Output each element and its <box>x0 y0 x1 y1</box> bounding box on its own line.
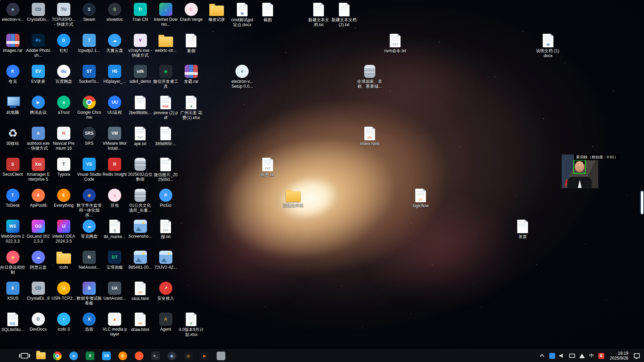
desktop-icon-file-389df65f[interactable]: 389df65f-... <box>153 126 178 146</box>
terminal-taskbar-button[interactable]: >_ <box>147 349 164 362</box>
desktop-icon-preview-pdf[interactable]: PDFpreview (2).pdf <box>153 95 178 120</box>
desktop-icon-faba-rar[interactable]: 发霸.rar <box>178 64 204 84</box>
dark-circle-app-taskbar-button[interactable]: ◉ <box>164 349 180 362</box>
desktop-icon-fapiao[interactable]: 发票 <box>510 219 535 239</box>
desktop-icon-wechat-devtools[interactable]: ◉微信开发者工具 <box>153 64 178 89</box>
desktop-icon-h5player[interactable]: H5H5player_... <box>102 64 127 84</box>
desktop-icon-tianyi-cloud[interactable]: ☁天翼云盘 <box>102 33 127 53</box>
desktop-icon-logicflow[interactable]: LFlogicflow <box>408 188 433 208</box>
desktop-icon-baidu-netdisk[interactable]: du百度网盘 <box>51 64 76 84</box>
desktop-icon-v4-plan-xlsx[interactable]: X4.0版本9月计划.xlsx <box>178 312 204 337</box>
desktop-icon-index-html[interactable]: </>index.html <box>357 126 382 146</box>
desktop-icon-guangzhou-xlsx[interactable]: X广州出差 花费(1).xlsx <box>178 95 204 120</box>
desktop-icon-ev-recorder[interactable]: EVEV录屏 <box>25 64 51 84</box>
desktop-icon-goland[interactable]: GOGoLand 2022.3.3 <box>25 219 51 244</box>
desktop-icon-draw-html[interactable]: </>draw.html <box>127 312 153 332</box>
desktop-icon-v2rayn[interactable]: Vv2rayN.exe - 快捷方式 <box>127 33 153 58</box>
desktop-icon-everything[interactable]: EEverything <box>51 188 76 208</box>
desktop-icon-crystaldiskinfo[interactable]: CDCrystalDis... <box>25 2 51 22</box>
desktop-icon-xunlei[interactable]: X迅雷 <box>77 312 102 332</box>
desktop-icon-new-txt-1[interactable]: 新建文本文档.txt <box>306 2 331 27</box>
media-player-taskbar-button[interactable]: ▶ <box>196 349 213 362</box>
desktop-icon-netassist[interactable]: NNetAssist... <box>77 250 102 270</box>
desktop-icon-point-data-2025032[interactable]: 2025032点位数据 <box>127 157 153 182</box>
desktop-icon-atrust[interactable]: aaTrust <box>51 95 76 115</box>
desktop-icon-lingke-pan[interactable]: ☁零克网盘 <box>77 219 102 239</box>
desktop-icon-chrome[interactable]: Google Chrome <box>77 95 102 120</box>
everything-search-taskbar-button[interactable]: E <box>115 349 131 362</box>
desktop-icon-digital-twin[interactable]: ◉数字孪生监管用一体化指挥... <box>77 188 102 218</box>
desktop-icon-authtool[interactable]: Aauthtool.exe - 快捷方式 <box>25 126 51 151</box>
desktop-icon-quark[interactable]: K夸克 <box>0 64 25 84</box>
desktop-icon-shuoming-docx[interactable]: W说明文档 (1).docx <box>535 33 561 58</box>
desktop-icon-bao-txt[interactable]: TXT报.txt <box>153 219 178 239</box>
desktop-icon-icofx-folder[interactable]: icofx <box>51 250 76 270</box>
file-explorer-taskbar-button[interactable] <box>33 349 49 362</box>
desktop-icon-redis-insight[interactable]: RRedis Insight <box>102 157 127 177</box>
desktop-icon-anli[interactable]: 案例 <box>178 33 204 53</box>
desktop-icon-picgo[interactable]: PPicGo <box>153 188 178 208</box>
desktop-icon-sdk4-demo[interactable]: sdksdk4_demo <box>127 64 153 84</box>
sogou-input-icon[interactable]: S <box>598 353 604 359</box>
volume-icon[interactable] <box>559 353 565 358</box>
vscode-taskbar-button[interactable]: VS <box>98 349 115 362</box>
desktop-icon-icofx3[interactable]: iicofx 3 <box>51 312 76 332</box>
desktop-icon-new-txt-2[interactable]: 新建文本文档 (2).txt <box>332 2 357 27</box>
network-icon[interactable] <box>569 354 575 358</box>
desktop-icon-usr-tcp[interactable]: UUSR-TCP2... <box>51 281 76 301</box>
notification-center-icon[interactable] <box>634 353 640 358</box>
desktop-icon-photoshop[interactable]: PsAdobe Photosh... <box>25 33 51 58</box>
desktop-icon-secoclient[interactable]: SSecoClient <box>0 157 25 177</box>
desktop-icon-img-985481[interactable]: 985481-20... <box>127 250 153 270</box>
desktop-icon-doubao[interactable]: ●豆包 <box>102 188 127 208</box>
edge-slider[interactable] <box>641 191 643 214</box>
desktop-icon-sunflower-remote[interactable]: ◉向日葵远程控制 <box>0 250 25 275</box>
desktop-icon-xsus[interactable]: XXSUS <box>0 281 25 301</box>
desktop-icon-wechat-image[interactable]: 微信图片_2025050... <box>153 157 178 182</box>
desktop-icon-intellij-idea[interactable]: IJIntelliJ IDEA 2024.3.5 <box>51 219 76 244</box>
desktop-icon-data-dashboard[interactable]: B数据专项试验看板 <box>77 281 102 306</box>
desktop-icon-tbl-marker[interactable]: {}tbl_marke... <box>102 219 127 239</box>
capture-tool-taskbar-button[interactable] <box>213 349 229 362</box>
desktop-icon-steam[interactable]: SSteam <box>77 2 102 22</box>
desktop-icon-electron[interactable]: eelectron-v... <box>0 2 25 22</box>
desktop-icon-vlc[interactable]: ▲VLC media player <box>102 312 127 337</box>
desktop-icon-typora[interactable]: TTypora <box>51 157 76 177</box>
desktop-icon-sqlitestudio[interactable]: SQLSQLiteStu... <box>0 312 25 332</box>
desktop-icon-click-html[interactable]: </>click.html <box>127 281 153 301</box>
desktop-icon-uartassist[interactable]: UAUartAssist... <box>102 281 127 301</box>
desktop-icon-webstorm[interactable]: WSWebStorm 2022.3.3 <box>0 219 25 244</box>
desktop-icon-public-culture-db[interactable]: 01公共文化场所_矢量... <box>127 188 153 213</box>
desktop-icon-screenshot-file[interactable]: Screensho... <box>127 219 153 239</box>
desktop-icon-electron-setup[interactable]: eelectron-v... Setup 0.0... <box>230 64 255 89</box>
desktop-icon-apipost[interactable]: AApiPost6 <box>25 188 51 208</box>
desktop-icon-cmd-test-docx[interactable]: Wcmd测试got定点.docx <box>230 2 255 27</box>
desktop-icon-srs[interactable]: SRSSRS <box>77 126 102 146</box>
desktop-icon-vmware[interactable]: VMVMware Workstati... <box>102 126 127 151</box>
ime-indicator[interactable]: 中 <box>589 353 594 359</box>
desktop-icon-showdoc[interactable]: Sshowdoc <box>102 2 127 22</box>
chrome-taskbar-button[interactable] <box>49 349 65 362</box>
desktop-icon-clash-verge[interactable]: CClash Verge <box>178 2 204 22</box>
desktop-icon-devdocs[interactable]: DDevDocs <box>25 312 51 332</box>
desktop-icon-sockettool[interactable]: STSocketTo... <box>77 64 102 84</box>
desktop-icon-dingtalk[interactable]: D钉钉 <box>51 33 76 53</box>
desktop-icon-new-folder[interactable]: 新建文件夹 <box>280 188 306 208</box>
desktop-icon-tcpudp2[interactable]: Ttcpudp2.1... <box>77 33 102 53</box>
orange-circle-app-taskbar-button[interactable] <box>131 349 147 362</box>
task-view-taskbar-button[interactable] <box>16 349 33 362</box>
edge-browser-taskbar-button[interactable]: e <box>65 349 82 362</box>
desktop-icon-tcpudp-debug[interactable]: TUTCPUDPD... - 快捷方式 <box>51 2 76 27</box>
wifi-icon[interactable] <box>579 354 585 358</box>
desktop-icon-secure-access[interactable]: ↗安全接入 <box>153 281 178 301</box>
desktop-icon-jietu[interactable]: 截图 <box>255 2 280 22</box>
desktop-icon-webrtc-folder[interactable]: webrtc-str... <box>153 33 178 53</box>
desktop-icon-nvm-txt[interactable]: TXTnvm命令.txt <box>382 33 408 53</box>
desktop-icon-apk-txt[interactable]: TXTapk.txt <box>127 126 153 146</box>
desktop-icon-aliyun-drive[interactable]: ☁阿里云盘 <box>25 250 51 270</box>
desktop-icon-recycle-bin[interactable]: ♻回收站 <box>0 126 25 146</box>
pinwheel-app-taskbar-button[interactable]: ◎ <box>180 349 196 362</box>
desktop-icon-trae-cn[interactable]: TrTrae CN <box>127 2 153 22</box>
tray-blue-app-icon[interactable] <box>549 353 555 359</box>
desktop-icon-xmanager[interactable]: XmXmanager Enterprise 5 <box>25 157 51 182</box>
